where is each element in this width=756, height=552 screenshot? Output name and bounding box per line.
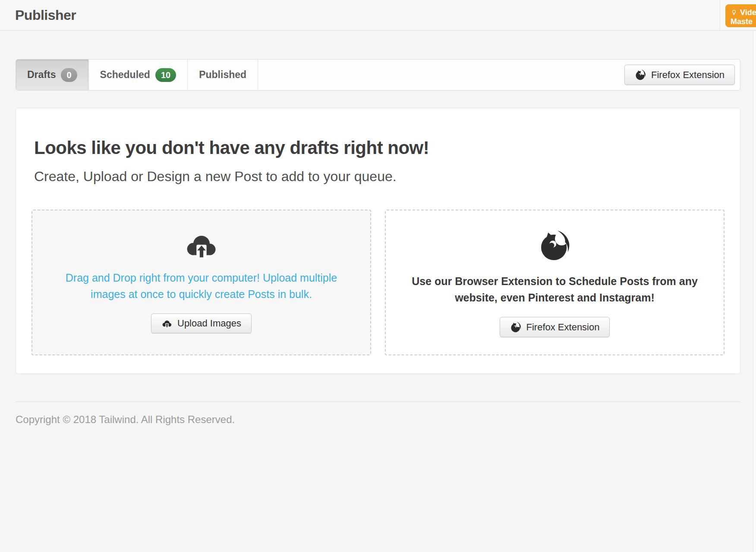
video-masterclass-button[interactable]: Vide Maste	[725, 4, 756, 27]
firefox-icon	[538, 229, 572, 262]
upload-images-label: Upload Images	[177, 318, 241, 329]
header-divider	[720, 0, 720, 30]
tab-published[interactable]: Published	[188, 60, 258, 90]
drafts-empty-panel: Looks like you don't have any drafts rig…	[16, 108, 740, 374]
extension-description-line1: Use our Browser Extension to Schedule Po…	[412, 273, 698, 290]
lightbulb-icon	[731, 9, 737, 16]
empty-state-subheading: Create, Upload or Design a new Post to a…	[34, 169, 724, 185]
promo-label-line2: Maste	[731, 17, 753, 26]
extension-promo-box: Use our Browser Extension to Schedule Po…	[385, 210, 724, 355]
tab-drafts[interactable]: Drafts 0	[16, 60, 89, 90]
firefox-extension-button-top[interactable]: Firefox Extension	[624, 65, 735, 85]
dropzone-description-line2: images at once to quickly create Posts i…	[66, 286, 337, 303]
extension-description-line2: website, even Pinterest and Instagram!	[412, 290, 698, 306]
promo-label-line1: Vide	[740, 8, 756, 17]
firefox-icon	[510, 321, 522, 333]
upload-dropzone[interactable]: Drag and Drop right from your computer! …	[32, 210, 371, 355]
tab-scheduled[interactable]: Scheduled 10	[89, 60, 188, 90]
firefox-extension-label: Firefox Extension	[651, 69, 724, 81]
tab-drafts-label: Drafts	[27, 69, 56, 81]
extension-description: Use our Browser Extension to Schedule Po…	[412, 273, 698, 306]
firefox-extension-label: Firefox Extension	[526, 322, 600, 333]
dropzone-description-line1: Drag and Drop right from your computer! …	[66, 270, 337, 286]
scheduled-count-badge: 10	[155, 68, 176, 82]
copyright-text: Copyright © 2018 Tailwind. All Rights Re…	[16, 414, 740, 426]
tab-scheduled-label: Scheduled	[100, 69, 150, 81]
page-footer: Copyright © 2018 Tailwind. All Rights Re…	[16, 401, 740, 426]
upload-images-button[interactable]: Upload Images	[151, 314, 252, 333]
firefox-extension-button-box[interactable]: Firefox Extension	[500, 317, 610, 337]
cloud-upload-icon	[161, 320, 173, 328]
empty-state-heading: Looks like you don't have any drafts rig…	[34, 138, 724, 158]
dropzone-description: Drag and Drop right from your computer! …	[66, 270, 337, 302]
scrollbar-track[interactable]	[753, 31, 756, 552]
app-header: Publisher Vide Maste	[0, 0, 756, 31]
drafts-count-badge: 0	[61, 68, 77, 82]
cloud-upload-icon	[183, 233, 220, 259]
page-title: Publisher	[15, 7, 76, 23]
publisher-tabs: Drafts 0 Scheduled 10 Published Firefox …	[16, 59, 740, 91]
tab-published-label: Published	[199, 69, 246, 81]
firefox-icon	[635, 69, 646, 81]
